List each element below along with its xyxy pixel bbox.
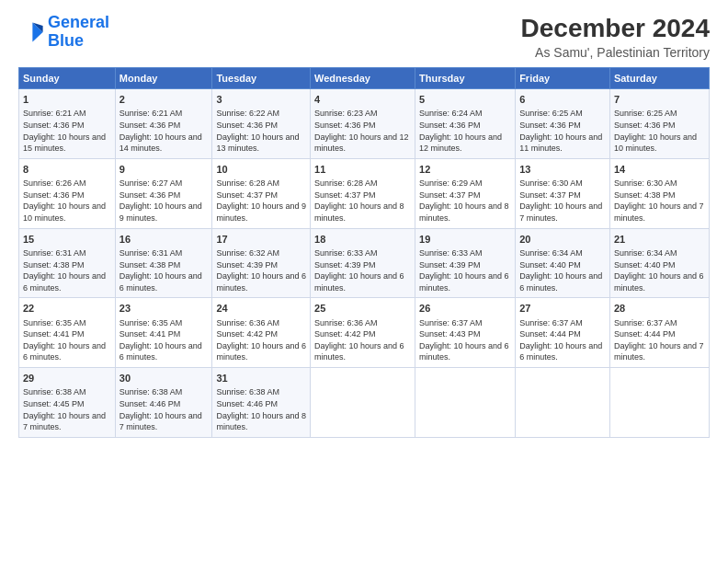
cell-week3-day3: 18Sunrise: 6:33 AMSunset: 4:39 PMDayligh… [311,228,415,298]
subtitle: As Samu', Palestinian Territory [521,45,710,60]
daylight-label: Daylight: 10 hours and 15 minutes. [23,132,106,154]
col-header-wednesday: Wednesday [311,68,415,89]
cell-week1-day3: 4Sunrise: 6:23 AMSunset: 4:36 PMDaylight… [311,89,415,159]
cell-week4-day2: 24Sunrise: 6:36 AMSunset: 4:42 PMDayligh… [212,298,311,368]
cell-week2-day4: 12Sunrise: 6:29 AMSunset: 4:37 PMDayligh… [415,158,516,228]
cell-week4-day4: 26Sunrise: 6:37 AMSunset: 4:43 PMDayligh… [415,298,516,368]
calendar-table: SundayMondayTuesdayWednesdayThursdayFrid… [18,67,710,438]
sunset: Sunset: 4:39 PM [314,260,376,270]
day-number: 24 [216,302,306,316]
daylight-label: Daylight: 10 hours and 9 minutes. [119,201,202,223]
daylight-label: Daylight: 10 hours and 7 minutes. [519,201,602,223]
col-header-tuesday: Tuesday [212,68,311,89]
cell-week2-day3: 11Sunrise: 6:28 AMSunset: 4:37 PMDayligh… [311,158,415,228]
daylight-label: Daylight: 10 hours and 7 minutes. [23,411,106,432]
week-row-1: 1Sunrise: 6:21 AMSunset: 4:36 PMDaylight… [19,89,710,159]
daylight-label: Daylight: 10 hours and 10 minutes. [614,132,697,154]
cell-week2-day5: 13Sunrise: 6:30 AMSunset: 4:37 PMDayligh… [516,158,610,228]
cell-week3-day1: 16Sunrise: 6:31 AMSunset: 4:38 PMDayligh… [115,228,212,298]
title-block: December 2024 As Samu', Palestinian Terr… [521,14,710,60]
day-number: 26 [419,302,511,316]
daylight-label: Daylight: 10 hours and 7 minutes. [614,341,704,362]
daylight-label: Daylight: 10 hours and 6 minutes. [519,271,602,293]
sunrise: Sunrise: 6:37 AM [519,318,583,327]
week-row-3: 15Sunrise: 6:31 AMSunset: 4:38 PMDayligh… [19,228,710,298]
daylight-label: Daylight: 10 hours and 6 minutes. [614,271,704,293]
daylight-label: Daylight: 10 hours and 6 minutes. [23,341,106,362]
sunrise: Sunrise: 6:36 AM [216,318,279,327]
sunset: Sunset: 4:37 PM [419,190,481,200]
daylight-label: Daylight: 10 hours and 9 minutes. [216,201,306,223]
cell-week5-day3 [311,368,415,438]
day-number: 23 [119,302,209,316]
cell-week3-day5: 20Sunrise: 6:34 AMSunset: 4:40 PMDayligh… [516,228,610,298]
day-number: 14 [614,163,705,177]
main-title: December 2024 [521,14,710,43]
col-header-thursday: Thursday [415,68,516,89]
sunrise: Sunrise: 6:27 AM [119,178,183,188]
col-header-monday: Monday [115,68,212,89]
day-number: 12 [419,163,511,177]
day-number: 8 [23,163,111,177]
daylight-label: Daylight: 10 hours and 8 minutes. [419,201,509,223]
cell-week5-day0: 29Sunrise: 6:38 AMSunset: 4:45 PMDayligh… [19,368,116,438]
cell-week3-day4: 19Sunrise: 6:33 AMSunset: 4:39 PMDayligh… [415,228,516,298]
week-row-2: 8Sunrise: 6:26 AMSunset: 4:36 PMDaylight… [19,158,710,228]
daylight-label: Daylight: 10 hours and 6 minutes. [119,341,202,362]
cell-week5-day4 [415,368,516,438]
sunrise: Sunrise: 6:30 AM [519,178,583,188]
sunrise: Sunrise: 6:25 AM [614,109,677,118]
logo-icon [18,19,44,45]
day-number: 13 [519,163,606,177]
col-header-sunday: Sunday [19,68,116,89]
sunrise: Sunrise: 6:28 AM [314,178,378,188]
sunset: Sunset: 4:42 PM [216,329,278,339]
cell-week3-day6: 21Sunrise: 6:34 AMSunset: 4:40 PMDayligh… [609,228,709,298]
sunrise: Sunrise: 6:38 AM [119,387,183,396]
daylight-label: Daylight: 10 hours and 6 minutes. [216,341,306,362]
daylight-label: Daylight: 10 hours and 6 minutes. [419,341,509,362]
cell-week4-day1: 23Sunrise: 6:35 AMSunset: 4:41 PMDayligh… [115,298,212,368]
cell-week2-day2: 10Sunrise: 6:28 AMSunset: 4:37 PMDayligh… [212,158,311,228]
sunrise: Sunrise: 6:33 AM [314,248,378,258]
daylight-label: Daylight: 10 hours and 7 minutes. [614,201,704,223]
header: General Blue December 2024 As Samu', Pal… [18,14,710,60]
daylight-label: Daylight: 10 hours and 6 minutes. [519,341,602,362]
daylight-label: Daylight: 10 hours and 7 minutes. [119,411,202,432]
sunset: Sunset: 4:43 PM [419,329,481,339]
day-number: 21 [614,233,705,247]
sunset: Sunset: 4:36 PM [614,121,676,130]
daylight-label: Daylight: 10 hours and 6 minutes. [314,271,404,293]
day-number: 27 [519,302,606,316]
sunset: Sunset: 4:37 PM [216,190,278,200]
cell-week3-day2: 17Sunrise: 6:32 AMSunset: 4:39 PMDayligh… [212,228,311,298]
sunset: Sunset: 4:36 PM [119,190,181,200]
sunrise: Sunrise: 6:21 AM [23,109,86,118]
cell-week5-day6 [609,368,709,438]
sunset: Sunset: 4:41 PM [119,329,181,339]
sunset: Sunset: 4:37 PM [519,190,581,200]
sunrise: Sunrise: 6:35 AM [119,318,183,327]
daylight-label: Daylight: 10 hours and 14 minutes. [119,132,202,154]
daylight-label: Daylight: 10 hours and 11 minutes. [519,132,602,154]
day-number: 4 [314,93,411,107]
sunset: Sunset: 4:36 PM [23,190,85,200]
day-number: 1 [23,93,111,107]
week-row-5: 29Sunrise: 6:38 AMSunset: 4:45 PMDayligh… [19,368,710,438]
sunset: Sunset: 4:44 PM [519,329,581,339]
cell-week1-day4: 5Sunrise: 6:24 AMSunset: 4:36 PMDaylight… [415,89,516,159]
sunrise: Sunrise: 6:30 AM [614,178,677,188]
sunrise: Sunrise: 6:38 AM [23,387,86,396]
daylight-label: Daylight: 10 hours and 8 minutes. [216,411,306,432]
sunset: Sunset: 4:36 PM [519,121,581,130]
sunrise: Sunrise: 6:28 AM [216,178,279,188]
cell-week5-day2: 31Sunrise: 6:38 AMSunset: 4:46 PMDayligh… [212,368,311,438]
cell-week4-day6: 28Sunrise: 6:37 AMSunset: 4:44 PMDayligh… [609,298,709,368]
day-number: 25 [314,302,411,316]
sunrise: Sunrise: 6:33 AM [419,248,483,258]
day-number: 7 [614,93,705,107]
day-number: 20 [519,233,606,247]
sunset: Sunset: 4:40 PM [614,260,676,270]
sunset: Sunset: 4:36 PM [216,121,278,130]
day-number: 16 [119,233,209,247]
